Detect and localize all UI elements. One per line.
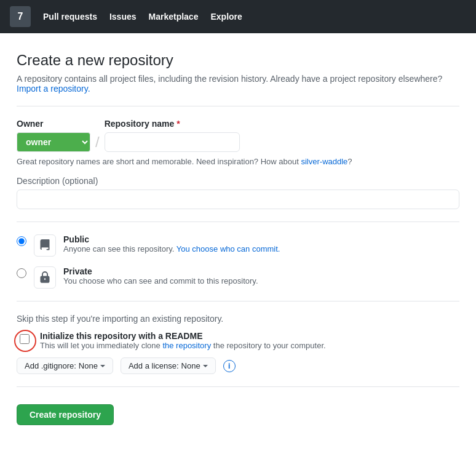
nav-marketplace[interactable]: Marketplace: [149, 12, 199, 22]
public-radio[interactable]: [17, 236, 26, 246]
public-text: Public Anyone can see this repository. Y…: [63, 234, 280, 253]
divider-3: [17, 301, 459, 301]
init-section: Skip this step if you're importing an ex…: [17, 314, 459, 374]
repo-name-hint: Great repository names are short and mem…: [17, 157, 459, 166]
license-label: Add a license:: [129, 361, 179, 370]
private-text: Private You choose who can see and commi…: [63, 266, 258, 285]
nav-pull-requests[interactable]: Pull requests: [43, 12, 97, 22]
gitignore-value: None: [79, 361, 98, 370]
slash-separator: /: [90, 132, 105, 152]
page-title: Create a new repository: [17, 52, 459, 69]
readme-checkbox-wrapper: [17, 331, 35, 349]
info-icon[interactable]: i: [223, 360, 236, 372]
private-icon: [34, 266, 56, 289]
lock-icon: [39, 271, 51, 284]
create-repository-button[interactable]: Create repository: [17, 404, 114, 425]
nav-issues[interactable]: Issues: [109, 12, 137, 22]
skip-text: Skip this step if you're importing an ex…: [17, 314, 459, 324]
repo-name-field-group: Repository name *: [105, 119, 240, 152]
visibility-section: Public Anyone can see this repository. Y…: [17, 234, 459, 289]
repo-name-label: Repository name *: [105, 119, 240, 129]
license-dropdown[interactable]: Add a license: None: [121, 357, 216, 374]
suggestion-link[interactable]: silver-waddle: [301, 157, 347, 166]
license-caret-icon: [203, 365, 208, 367]
private-radio[interactable]: [17, 268, 26, 278]
main-content: Create a new repository A repository con…: [4, 52, 472, 425]
gitignore-label: Add .gitignore:: [25, 361, 76, 370]
github-logo[interactable]: 7: [10, 6, 31, 27]
clone-link[interactable]: the repository: [162, 341, 211, 350]
book-icon: [39, 239, 51, 252]
page-subtitle: A repository contains all project files,…: [17, 74, 459, 94]
readme-checkbox[interactable]: [20, 334, 30, 344]
owner-field-group: Owner owner: [17, 119, 90, 152]
repo-name-input[interactable]: [105, 132, 240, 152]
description-input[interactable]: [17, 190, 459, 209]
private-option[interactable]: Private You choose who can see and commi…: [17, 266, 459, 289]
public-option[interactable]: Public Anyone can see this repository. Y…: [17, 234, 459, 257]
divider-2: [17, 222, 459, 222]
owner-select[interactable]: owner: [17, 132, 90, 152]
nav-explore[interactable]: Explore: [210, 12, 242, 22]
divider-4: [17, 386, 459, 387]
divider-1: [17, 106, 459, 106]
dropdowns-row: Add .gitignore: None Add a license: None…: [17, 357, 459, 374]
license-value: None: [181, 361, 200, 370]
import-repository-link[interactable]: Import a repository.: [17, 84, 90, 94]
description-label: Description (optional): [17, 176, 459, 186]
public-commit-link[interactable]: You choose who can commit.: [177, 244, 280, 253]
navbar: 7 Pull requests Issues Marketplace Explo…: [0, 0, 476, 33]
readme-checkbox-row: Initialize this repository with a README…: [17, 331, 459, 350]
owner-repo-row: Owner owner / Repository name *: [17, 119, 459, 152]
gitignore-dropdown[interactable]: Add .gitignore: None: [17, 357, 113, 374]
owner-label: Owner: [17, 119, 90, 129]
public-icon: [34, 234, 56, 257]
gitignore-caret-icon: [100, 365, 105, 367]
readme-label-block: Initialize this repository with a README…: [40, 331, 326, 350]
